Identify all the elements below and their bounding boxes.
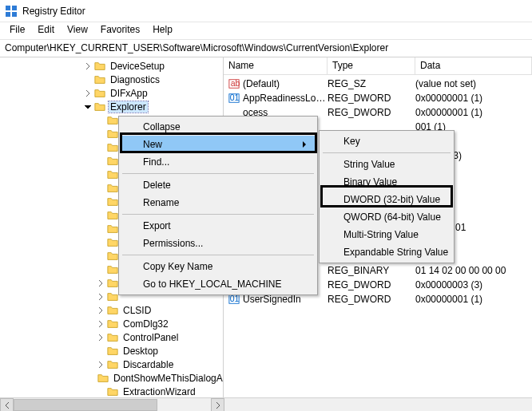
tree-item-label: DIFxApp <box>109 88 149 99</box>
svg-rect-2 <box>6 12 10 17</box>
folder-icon <box>107 183 118 194</box>
menu-item-label: Find... <box>143 156 169 168</box>
expand-icon[interactable] <box>96 170 105 180</box>
menu-item-label: Export <box>143 220 171 231</box>
menu-item-label: Expandable String Value <box>343 247 448 258</box>
value-name: UserSignedIn <box>243 294 301 305</box>
folder-icon <box>107 386 118 397</box>
expand-icon[interactable] <box>96 143 105 152</box>
expand-icon[interactable] <box>96 360 105 370</box>
tree-item[interactable]: ExtractionWizard <box>6 385 223 397</box>
col-data[interactable]: Data <box>415 57 532 74</box>
menu-file[interactable]: File <box>3 22 31 39</box>
menu-item[interactable]: Rename <box>121 194 316 211</box>
expand-icon[interactable] <box>96 238 105 247</box>
tree-item-label: ComDlg32 <box>121 318 170 330</box>
value-name: (Default) <box>243 78 280 89</box>
tree-item[interactable]: Discardable <box>6 358 223 371</box>
expand-icon[interactable] <box>83 89 93 98</box>
tree-item[interactable]: Diagnostics <box>6 73 223 86</box>
value-icon: 011 <box>228 294 240 305</box>
folder-icon <box>107 346 118 357</box>
expand-icon[interactable] <box>96 265 105 275</box>
menu-item[interactable]: DWORD (32-bit) Value <box>321 191 452 208</box>
folder-icon <box>94 74 105 85</box>
expand-icon[interactable] <box>96 306 105 315</box>
value-data: 0x00000003 (3) <box>415 279 532 290</box>
value-type: REG_BINARY <box>328 265 415 276</box>
menu-item[interactable]: Key <box>321 132 452 150</box>
expand-icon[interactable] <box>96 292 105 302</box>
menu-item[interactable]: New <box>121 136 316 153</box>
tree-item[interactable]: DeviceSetup <box>6 59 223 73</box>
value-data: 0x00000001 (1) <box>415 93 532 104</box>
scroll-right-button[interactable] <box>211 398 224 411</box>
tree-item-label: DeviceSetup <box>109 61 166 72</box>
value-row[interactable]: 011AppReadinessLo…REG_DWORD0x00000001 (1… <box>224 91 532 105</box>
menu-item[interactable]: Collapse <box>121 118 316 136</box>
menu-item[interactable]: Expandable String Value <box>321 243 452 261</box>
menu-item-label: Multi-String Value <box>343 229 419 240</box>
menu-item[interactable]: String Value <box>321 156 452 173</box>
svg-rect-1 <box>12 6 17 10</box>
tree-item[interactable]: DIFxApp <box>6 86 223 100</box>
menu-item[interactable]: Binary Value <box>321 173 452 191</box>
value-data: (value not set) <box>415 78 532 89</box>
context-menu-new: KeyString ValueBinary ValueDWORD (32-bit… <box>319 130 455 263</box>
menu-item[interactable]: Find... <box>121 153 316 171</box>
menu-item[interactable]: Permissions... <box>121 235 316 252</box>
menu-favorites[interactable]: Favorites <box>94 22 146 39</box>
tree-item[interactable]: ControlPanel <box>6 330 223 344</box>
menu-item-label: Delete <box>143 180 171 191</box>
tree-item[interactable]: ComDlg32 <box>6 317 223 330</box>
expand-icon[interactable] <box>96 333 105 342</box>
expand-icon[interactable] <box>96 387 105 397</box>
col-name[interactable]: Name <box>224 57 328 74</box>
expand-icon[interactable] <box>96 251 105 261</box>
folder-icon <box>107 332 118 343</box>
tree-item[interactable]: Explorer <box>6 100 223 113</box>
tree-horizontal-scrollbar[interactable] <box>0 397 532 411</box>
expand-icon[interactable] <box>96 346 105 356</box>
value-row[interactable]: ab(Default)REG_SZ(value not set) <box>224 77 532 91</box>
expand-icon[interactable] <box>96 224 105 234</box>
address-bar[interactable]: Computer\HKEY_CURRENT_USER\Software\Micr… <box>0 40 532 57</box>
menu-view[interactable]: View <box>61 22 94 39</box>
expand-icon[interactable] <box>96 116 105 125</box>
expand-icon[interactable] <box>83 102 93 112</box>
value-type: REG_SZ <box>328 78 415 89</box>
col-type[interactable]: Type <box>328 57 415 74</box>
expand-icon[interactable] <box>96 184 105 193</box>
scroll-left-button[interactable] <box>0 398 14 411</box>
menu-help[interactable]: Help <box>146 22 179 39</box>
menu-item[interactable]: Copy Key Name <box>121 258 316 275</box>
tree-item[interactable]: CLSID <box>6 303 223 317</box>
expand-icon[interactable] <box>96 279 105 288</box>
folder-icon <box>107 291 118 302</box>
expand-icon[interactable] <box>96 319 105 329</box>
app-title: Registry Editor <box>22 6 85 17</box>
folder-icon <box>94 61 105 72</box>
menu-edit[interactable]: Edit <box>31 22 61 39</box>
menu-item[interactable]: Delete <box>121 176 316 194</box>
menu-item-label: Permissions... <box>143 238 203 249</box>
expand-icon[interactable] <box>83 61 93 71</box>
app-icon <box>5 5 18 18</box>
tree-item[interactable]: Desktop <box>6 344 223 358</box>
expand-icon[interactable] <box>96 156 105 166</box>
menu-item[interactable]: Go to HKEY_LOCAL_MACHINE <box>121 275 316 293</box>
menu-item[interactable]: Export <box>121 217 316 235</box>
menu-item-label: New <box>143 139 162 150</box>
menu-separator <box>122 214 314 215</box>
svg-text:011: 011 <box>230 93 240 102</box>
expand-icon[interactable] <box>83 75 93 85</box>
expand-icon[interactable] <box>96 197 105 207</box>
menu-item[interactable]: Multi-String Value <box>321 226 452 243</box>
tree-item[interactable]: DontShowMeThisDialogAg <box>6 371 223 385</box>
menu-item[interactable]: QWORD (64-bit) Value <box>321 208 452 226</box>
title-bar: Registry Editor <box>0 0 532 22</box>
expand-icon[interactable] <box>96 129 105 139</box>
expand-icon[interactable] <box>96 211 105 220</box>
folder-icon <box>107 318 118 330</box>
scroll-thumb[interactable] <box>14 399 157 411</box>
